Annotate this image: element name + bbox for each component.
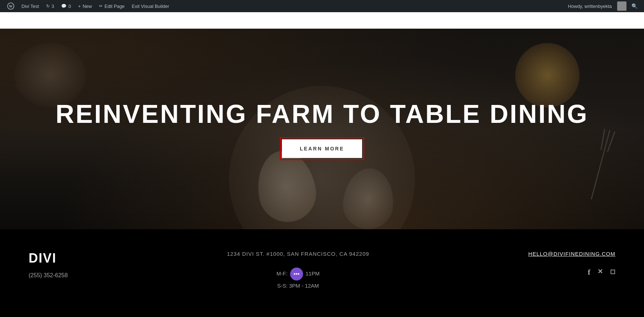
new-item[interactable]: + New [74, 0, 96, 12]
search-icon: 🔍 [631, 3, 638, 9]
footer-hours-weekday: M-F: ••• M-F: 5PM - 11PM 11PM [227, 268, 369, 280]
footer-socials: f ✕ ◻ [528, 268, 615, 277]
search-icon-box[interactable]: 🔍 [628, 0, 640, 12]
exit-builder-label: Exit Visual Builder [132, 4, 169, 9]
secondary-bar [0, 12, 644, 29]
plus-icon: + [78, 4, 81, 9]
footer-hours-weekend: S-S: 3PM - 12AM [227, 280, 369, 291]
site-name-item[interactable]: Divi Test [18, 0, 43, 12]
edit-page-label: Edit Page [104, 4, 125, 9]
comments-icon: 💬 [61, 4, 67, 9]
svg-text:W: W [9, 4, 13, 8]
footer-email[interactable]: HELLO@DIVIFINEDINING.COM [528, 251, 615, 257]
revisions-count: 3 [52, 4, 54, 9]
admin-bar-right: Howdy, writtenbyekta 🔍 [564, 0, 640, 12]
bowl-decoration [515, 43, 580, 107]
facebook-icon[interactable]: f [588, 268, 590, 277]
revisions-item[interactable]: ↻ 3 [43, 0, 58, 12]
revisions-icon: ↻ [46, 4, 50, 9]
footer-center: 1234 DIVI ST. #1000, SAN FRANCISCO, CA 9… [227, 251, 369, 291]
ellipsis-bubble[interactable]: ••• [290, 268, 303, 280]
hero-section: REINVENTING FARM TO TABLE DINING LEARN M… [0, 29, 644, 229]
hero-title: REINVENTING FARM TO TABLE DINING [55, 100, 588, 128]
admin-bar: W Divi Test ↻ 3 💬 0 + New ✏ Edit Page Ex… [0, 0, 644, 12]
footer: DIVI (255) 352-6258 1234 DIVI ST. #1000,… [0, 229, 644, 306]
footer-right: HELLO@DIVIFINEDINING.COM f ✕ ◻ [528, 251, 615, 277]
site-name-label: Divi Test [21, 4, 39, 9]
footer-address: 1234 DIVI ST. #1000, SAN FRANCISCO, CA 9… [227, 251, 369, 257]
wp-logo-item[interactable]: W [4, 0, 18, 12]
edit-page-item[interactable]: ✏ Edit Page [96, 0, 128, 12]
footer-hours: M-F: ••• M-F: 5PM - 11PM 11PM S-S: 3PM -… [227, 268, 369, 291]
footer-logo: DIVI [29, 251, 68, 266]
avatar[interactable] [617, 1, 626, 11]
pencil-icon: ✏ [99, 4, 103, 9]
comments-item[interactable]: 💬 0 [58, 0, 74, 12]
hero-content: REINVENTING FARM TO TABLE DINING LEARN M… [55, 100, 588, 158]
footer-phone: (255) 352-6258 [29, 272, 68, 279]
twitter-x-icon[interactable]: ✕ [597, 268, 603, 277]
howdy-text: Howdy, writtenbyekta [564, 4, 615, 9]
footer-left: DIVI (255) 352-6258 [29, 251, 68, 279]
exit-builder-item[interactable]: Exit Visual Builder [128, 0, 173, 12]
new-label: New [83, 4, 92, 9]
instagram-icon[interactable]: ◻ [610, 268, 615, 277]
learn-more-button[interactable]: LEARN MORE [282, 139, 362, 158]
comments-count: 0 [68, 4, 71, 9]
plate-top-left-decoration [14, 43, 86, 107]
